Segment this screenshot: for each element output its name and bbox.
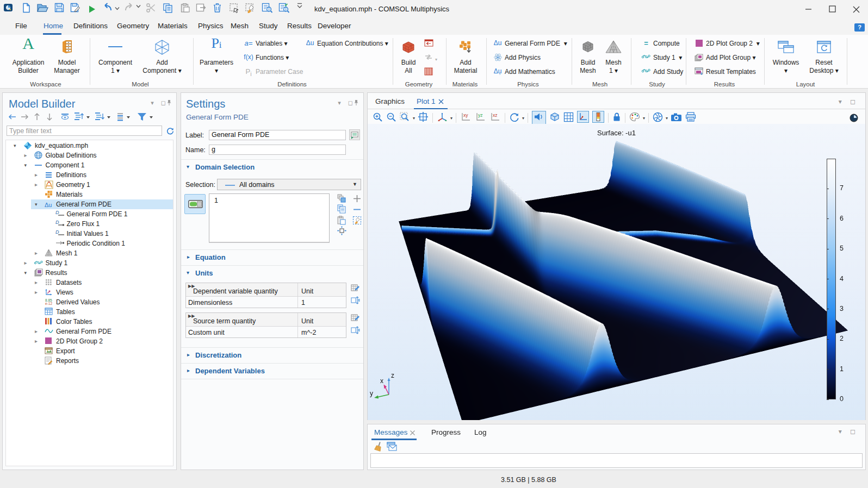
svg-text:xy: xy [463, 112, 468, 118]
svg-text:D: D [55, 210, 59, 215]
svg-text:yz: yz [478, 112, 483, 118]
svg-text:D: D [55, 229, 59, 235]
svg-text:D: D [55, 220, 59, 225]
svg-text:e-12: e-12 [45, 302, 52, 305]
svg-text:xz: xz [493, 112, 498, 118]
svg-text:z: z [391, 372, 394, 379]
svg-text:y: y [370, 390, 373, 397]
svg-text:x: x [380, 377, 383, 385]
